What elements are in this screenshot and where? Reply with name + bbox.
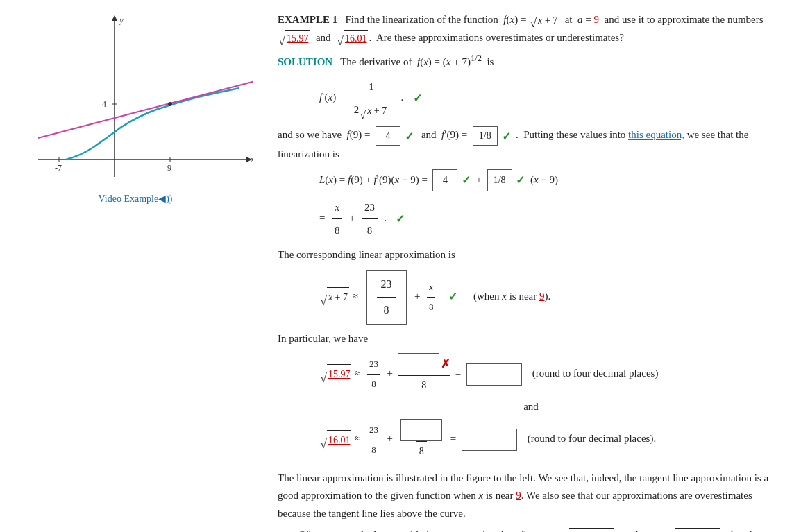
video-example-label[interactable]: Video Example (99, 194, 159, 204)
frac-x-numer: x (332, 197, 342, 219)
frac-23-numer: 23 (362, 197, 378, 219)
x-denom: 8 (427, 298, 436, 316)
check-fprime9: ✓ (502, 130, 511, 142)
box1-input[interactable]: 4 (432, 169, 457, 191)
big-denom: 8 (380, 298, 394, 321)
deriv-denom: 2√x + 7 (351, 98, 391, 121)
f9-input[interactable]: 4 (376, 126, 400, 146)
svg-line-12 (38, 80, 253, 138)
video-example-link[interactable]: Video Example◀)) (7, 193, 264, 205)
graph-container: x y -7 9 4 (17, 14, 253, 187)
round1597-text: (round to four decimal places) (532, 368, 659, 379)
solution-text: The derivative of f(x) = (x + 7)1/2 is (340, 56, 494, 67)
check-derivative: ✓ (413, 92, 422, 104)
box2-input[interactable]: 1/8 (487, 169, 512, 191)
big-fraction-box: 23 8 (366, 270, 407, 325)
solution-label: SOLUTION (278, 56, 332, 67)
problem-text: Find the linearization of the function f… (278, 14, 768, 43)
check-box2: ✓ (516, 174, 525, 186)
solution-section: SOLUTION The derivative of f(x) = (x + 7… (278, 51, 784, 71)
x-numer: x (427, 278, 435, 298)
x-over-8: x 8 (427, 278, 436, 316)
svg-text:y: y (118, 15, 124, 25)
this-equation-link[interactable]: this equation, (628, 130, 684, 141)
fprime9-input[interactable]: 1/8 (473, 126, 498, 146)
sqrt1597-block: √15.97 ≈ 23 8 + ✗ 8 = (round to four dec… (319, 353, 784, 395)
right-panel: EXAMPLE 1 Find the linearization of the … (271, 0, 801, 532)
cross-1597: ✗ (441, 353, 450, 375)
linearization-simplified: = x 8 + 23 8 . ✓ (319, 197, 784, 241)
frac-23-denom: 8 (364, 219, 376, 241)
svg-text:9: 9 (167, 163, 171, 173)
left-panel: x y -7 9 4 (0, 0, 271, 532)
linear-approx-block: √x + 7 ≈ 23 8 + x 8 ✓ (when x is near 9)… (319, 270, 784, 325)
example-header: EXAMPLE 1 Find the linearization of the … (278, 11, 784, 47)
input-1601[interactable] (400, 419, 442, 441)
linearization-block: L(x) = f(9) + f′(9)(x − 9) = 4 ✓ + 1/8 ✓… (319, 169, 784, 192)
explanation-para: The linear approximation is illustrated … (278, 470, 784, 523)
graph-svg: x y -7 9 4 (17, 14, 253, 187)
derivative-block: f′(x) = 1 2√x + 7 . ✓ (319, 76, 784, 121)
svg-text:-7: -7 (55, 163, 62, 173)
input-1597[interactable] (398, 353, 439, 375)
big-numer: 23 (377, 273, 396, 298)
speaker-icon: ◀)) (158, 194, 172, 204)
example-number: EXAMPLE 1 (278, 14, 337, 25)
x-near-9: 9 (539, 291, 545, 302)
frac-x-denom: 8 (332, 219, 343, 241)
svg-marker-3 (112, 15, 117, 21)
a-value: 9 (593, 14, 599, 25)
svg-text:4: 4 (102, 99, 106, 109)
in-particular-text: In particular, we have (278, 330, 784, 348)
check-simplified: ✓ (396, 213, 405, 225)
check-f9: ✓ (405, 130, 414, 142)
x-near-9-2: 9 (516, 490, 521, 501)
of-course-para: Of course, a calculator could give us ap… (278, 526, 784, 532)
result-1601[interactable] (462, 429, 517, 451)
corresponding-text: The corresponding linear approximation i… (278, 246, 784, 264)
check-approx: ✓ (448, 291, 457, 302)
sqrt1601-block: √16.01 ≈ 23 8 + 8 = (round to four decim… (319, 418, 784, 461)
and-so-line: and so we have f(9) = 4 ✓ and f′(9) = 1/… (278, 126, 784, 163)
check-box1: ✓ (462, 174, 471, 186)
round1601-text: (round to four decimal places). (528, 434, 656, 445)
sqrt-x7: √x + 7 (320, 287, 349, 307)
and-text: and (278, 401, 784, 413)
deriv-numer: 1 (366, 76, 377, 98)
svg-text:x: x (250, 154, 253, 164)
result-1597[interactable] (466, 363, 522, 386)
svg-point-13 (168, 102, 172, 106)
